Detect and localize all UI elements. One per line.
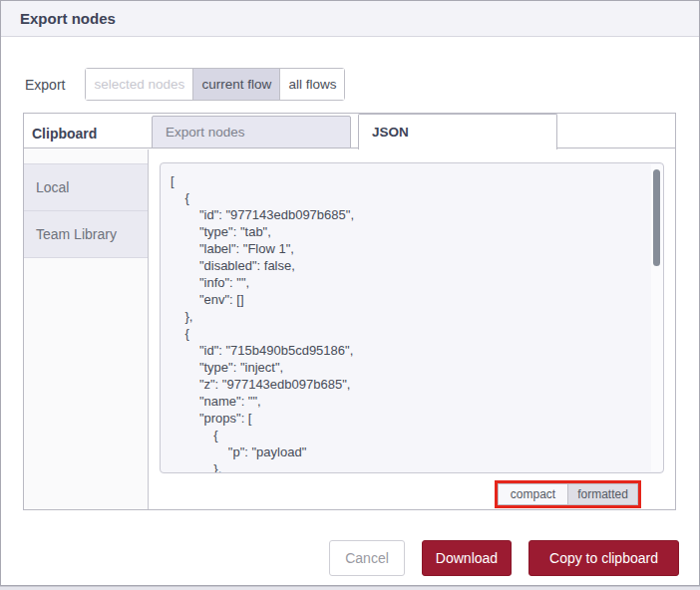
copy-to-clipboard-button[interactable]: Copy to clipboard [528, 540, 679, 576]
library-body: Local Team Library [ { "id": "977143edb0… [24, 149, 675, 509]
cancel-button[interactable]: Cancel [329, 540, 405, 576]
scope-selected-nodes-button[interactable]: selected nodes [86, 69, 193, 100]
json-export-textarea[interactable]: [ { "id": "977143edb097b685", "type": "t… [160, 162, 664, 473]
page-background-strip [0, 586, 700, 590]
tab-export-nodes[interactable]: Export nodes [152, 116, 351, 148]
dialog-title: Export nodes [20, 10, 116, 27]
json-scrollbar-track[interactable] [651, 164, 663, 471]
library-tab-row: Clipboard Export nodes JSON [24, 114, 675, 148]
export-nodes-dialog: Export nodes Export selected nodes curre… [0, 0, 700, 586]
library-sidebar-list: Local Team Library [24, 163, 148, 258]
format-toggle-group: compact formatted [498, 483, 638, 505]
export-scope-toggle: selected nodes current flow all flows [85, 68, 345, 101]
compact-button[interactable]: compact [499, 484, 568, 504]
library-container: Clipboard Export nodes JSON Local Team L… [23, 113, 676, 510]
json-tab-panel: [ { "id": "977143edb097b685", "type": "t… [149, 149, 675, 509]
dialog-footer: Cancel Download Copy to clipboard [1, 539, 699, 576]
export-scope-label: Export [25, 77, 65, 93]
formatted-button[interactable]: formatted [568, 484, 637, 504]
tab-json[interactable]: JSON [358, 114, 557, 149]
sidebar-item-team-library[interactable]: Team Library [24, 211, 148, 258]
json-scrollbar-thumb[interactable] [653, 169, 660, 266]
annotation-highlight-box: compact formatted [495, 480, 641, 508]
clipboard-caption: Clipboard [32, 114, 97, 148]
scope-all-flows-button[interactable]: all flows [280, 69, 344, 100]
json-export-content: [ { "id": "977143edb097b685", "type": "t… [161, 163, 663, 473]
scope-current-flow-button[interactable]: current flow [193, 69, 280, 100]
dialog-titlebar: Export nodes [1, 1, 699, 37]
export-scope-row: Export selected nodes current flow all f… [25, 68, 345, 101]
library-sidebar: Local Team Library [24, 149, 149, 509]
download-button[interactable]: Download [422, 540, 512, 576]
sidebar-item-local[interactable]: Local [24, 164, 148, 211]
